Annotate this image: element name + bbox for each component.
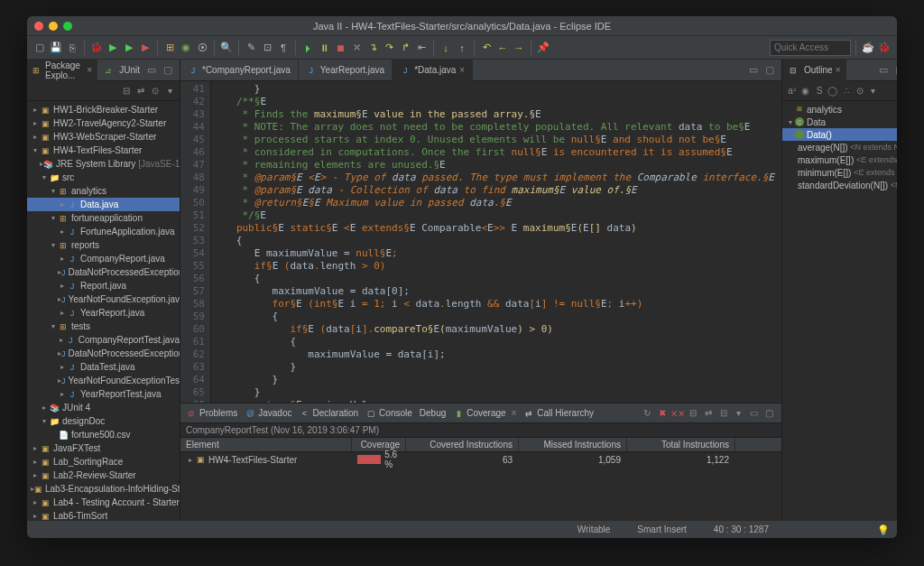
step-over-icon[interactable]: ↷ [382, 41, 396, 55]
search-icon[interactable]: 🔍 [219, 41, 234, 55]
view-menu-icon[interactable]: ▾ [733, 407, 745, 420]
outline-constructor[interactable]: Data() [782, 128, 897, 141]
suspend-icon[interactable]: ⏸ [317, 41, 331, 55]
editor-tab[interactable]: JYearReport.java [299, 60, 393, 81]
hide-fields-icon[interactable]: ◉ [799, 85, 812, 97]
ext-tools-icon[interactable]: ▶ [138, 41, 152, 55]
perspective-debug-icon[interactable]: 🐞 [877, 41, 892, 55]
window-minimize-icon[interactable] [49, 22, 58, 31]
editor-minimize-icon[interactable]: ▭ [747, 64, 760, 77]
link-icon[interactable]: ⇄ [702, 407, 715, 420]
run-icon[interactable]: ▶ [106, 41, 120, 55]
tab-javadoc[interactable]: @Javadoc [245, 408, 291, 419]
package-explorer-panel: ⊞ Package Explo... × ⊿ JUnit ▭ ▢ ⊟ ⇄ ⊙ ▾ [27, 60, 180, 520]
hide-local-icon[interactable]: ∴ [840, 85, 853, 97]
close-icon[interactable]: × [459, 65, 465, 75]
close-icon[interactable]: × [509, 408, 517, 418]
java-file-icon: J [67, 362, 78, 373]
expand-icon[interactable]: ▸ [186, 456, 195, 464]
code-editor[interactable]: 4142434445464748495051525354555657585960… [180, 81, 781, 403]
view-menu-icon[interactable]: ▾ [163, 85, 176, 97]
remove-all-icon[interactable]: ⨯⨯ [671, 407, 684, 420]
new-icon[interactable]: ▢ [32, 41, 47, 55]
collapse-icon[interactable]: ⊟ [717, 407, 730, 420]
hide-static-icon[interactable]: S [813, 85, 826, 97]
sort-icon[interactable]: aᶻ [786, 85, 799, 97]
new-package-icon[interactable]: ⊞ [162, 41, 177, 55]
open-type-icon[interactable]: ⦿ [195, 41, 209, 55]
close-icon[interactable]: × [836, 65, 841, 75]
prev-annotation-icon[interactable]: ↑ [455, 41, 469, 55]
outline-method[interactable]: maximum(E[]) <E extends Com [782, 153, 897, 166]
tab-coverage[interactable]: ▮Coverage × [453, 408, 516, 419]
outline-method[interactable]: minimum(E[]) <E extends Comp [782, 166, 897, 179]
view-minimize-icon[interactable]: ▭ [877, 64, 890, 77]
view-minimize-icon[interactable]: ▭ [145, 64, 158, 77]
focus-icon[interactable]: ⊙ [149, 85, 162, 97]
package-icon: ⊞ [58, 186, 69, 197]
window-zoom-icon[interactable] [63, 22, 72, 31]
coverage-run-icon[interactable]: ▶ [122, 41, 136, 55]
toggle-ws-icon[interactable]: ¶ [276, 41, 291, 55]
pin-icon[interactable]: 📌 [536, 41, 550, 55]
merge-icon[interactable]: ⊟ [687, 407, 699, 420]
close-icon[interactable]: × [87, 65, 92, 75]
relaunch-icon[interactable]: ↻ [641, 407, 653, 420]
editor-tab[interactable]: J*Data.java× [393, 60, 473, 81]
quick-access-input[interactable]: Quick Access [770, 40, 851, 56]
editor-tab[interactable]: J*CompanyReport.java [180, 60, 299, 81]
tree-java-file: ▸JDataNotProcessedExceptionTest [27, 347, 180, 360]
view-menu-icon[interactable]: ▾ [867, 85, 880, 97]
console-icon: ▢ [365, 408, 376, 419]
java-file-icon: J [66, 335, 76, 346]
code-area[interactable]: } /**§E * Finds the maximum§E value in t… [211, 81, 781, 403]
tab-package-explorer[interactable]: ⊞ Package Explo... × [27, 60, 97, 81]
tip-icon[interactable]: 💡 [877, 524, 888, 535]
link-editor-icon[interactable]: ⇄ [134, 85, 147, 97]
java-file-icon: J [67, 254, 78, 264]
tab-problems[interactable]: ⊘Problems [186, 408, 237, 419]
tab-console[interactable]: ▢Console [365, 408, 412, 419]
collapse-all-icon[interactable]: ⊟ [120, 85, 133, 97]
resume-icon[interactable]: ⏵ [300, 41, 315, 55]
drop-frame-icon[interactable]: ⇤ [414, 41, 429, 55]
tree-java-file: ▸JYearNotFoundExceptionTest.java [27, 374, 180, 387]
step-into-icon[interactable]: ↴ [365, 41, 380, 55]
save-icon[interactable]: 💾 [49, 41, 63, 55]
coverage-session-label: CompanyReportTest (Nov 16, 2019 3:06:47 … [180, 423, 781, 438]
remove-session-icon[interactable]: ✖ [656, 407, 669, 420]
perspective-java-icon[interactable]: ☕ [861, 41, 875, 55]
minimize-icon[interactable]: ▭ [748, 407, 761, 420]
window-close-icon[interactable] [34, 22, 43, 31]
toggle-block-icon[interactable]: ⊡ [260, 41, 274, 55]
package-icon: ⊞ [58, 213, 69, 224]
project-tree[interactable]: ▸▣HW1-BrickBreaker-Starter ▸▣HW2-TravelA… [27, 101, 180, 520]
tab-debug[interactable]: Debug [420, 408, 446, 418]
debug-icon[interactable]: 🐞 [89, 41, 104, 55]
maximize-icon[interactable]: ▢ [763, 407, 776, 420]
toggle-mark-icon[interactable]: ✎ [244, 41, 258, 55]
last-edit-icon[interactable]: ↶ [479, 41, 494, 55]
tab-outline[interactable]: ⊟ Outline × [782, 60, 846, 81]
class-icon: C [795, 117, 804, 126]
hide-nonpublic-icon[interactable]: ◯ [827, 85, 839, 97]
outline-method[interactable]: standardDeviation(N[]) <N exte [782, 179, 897, 191]
tab-declaration[interactable]: <Declaration [300, 408, 359, 419]
new-class-icon[interactable]: ◉ [179, 41, 193, 55]
next-annotation-icon[interactable]: ↓ [439, 41, 453, 55]
tab-junit[interactable]: ⊿ JUnit [97, 60, 145, 81]
save-all-icon[interactable]: ⎘ [65, 41, 79, 55]
coverage-row[interactable]: ▸▣HW4-TextFiles-Starter 5.6 % 63 1,059 1… [180, 452, 781, 467]
forward-icon[interactable]: → [512, 41, 526, 55]
editor-maximize-icon[interactable]: ▢ [763, 64, 776, 77]
tree-project: ▸▣Lab6-TimSort [27, 509, 180, 520]
outline-method[interactable]: average(N[]) <N extends Numb [782, 141, 897, 153]
step-return-icon[interactable]: ↱ [398, 41, 412, 55]
focus-icon[interactable]: ⊙ [854, 85, 866, 97]
view-max-icon[interactable]: ▢ [893, 64, 897, 77]
view-max-icon[interactable]: ▢ [162, 64, 174, 77]
back-icon[interactable]: ← [495, 41, 510, 55]
terminate-icon[interactable]: ⏹ [333, 41, 347, 55]
tab-call-hierarchy[interactable]: ⇄Call Hierarchy [523, 408, 594, 419]
disconnect-icon[interactable]: ⤫ [349, 41, 364, 55]
